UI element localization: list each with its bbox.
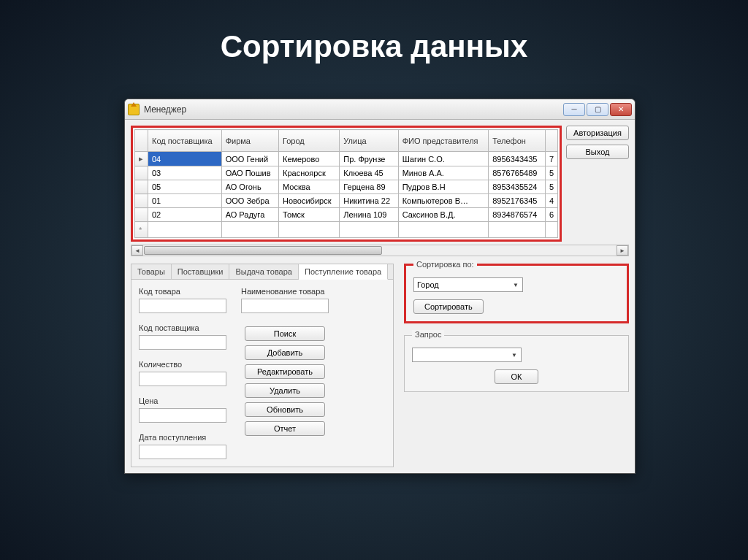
sort-legend: Сортировка по:	[413, 260, 477, 269]
sort-field-combo[interactable]: Город ▼	[413, 277, 523, 292]
cell[interactable]: Красноярск	[279, 166, 340, 180]
minimize-button[interactable]: ─	[563, 103, 585, 116]
col-header[interactable]: Фирма	[221, 130, 278, 152]
sort-button[interactable]: Сортировать	[413, 299, 484, 314]
cell[interactable]: Никитина 22	[340, 194, 398, 208]
action-button-3[interactable]: Удалить	[245, 383, 325, 398]
form-input-3[interactable]	[139, 408, 226, 423]
cell[interactable]: Пудров В.Н	[398, 180, 489, 194]
cell[interactable]: Пр. Фрунзе	[340, 152, 398, 166]
tabs-panel: ТоварыПоставщикиВыдача товараПоступление…	[131, 264, 394, 467]
form-input-0[interactable]	[139, 299, 226, 313]
table-row[interactable]: ▸04ООО ГенийКемеровоПр. ФрунзеШагин С.О.…	[135, 152, 558, 166]
suppliers-grid[interactable]: Код поставщика Фирма Город Улица ФИО пре…	[134, 129, 558, 238]
cell[interactable]	[545, 222, 557, 238]
cell[interactable]: 8953435524	[489, 180, 546, 194]
cell[interactable]: Клюева 45	[340, 166, 398, 180]
cell[interactable]: 05	[148, 180, 222, 194]
titlebar[interactable]: Менеджер ─ ▢ ✕	[125, 99, 635, 120]
cell[interactable]	[148, 222, 222, 238]
query-legend: Запрос	[412, 330, 444, 339]
action-button-0[interactable]: Поиск	[245, 326, 325, 341]
cell[interactable]: 03	[148, 166, 222, 180]
col-header[interactable]: Код поставщика	[148, 130, 222, 152]
row-marker	[135, 180, 148, 194]
field-label: Дата поступления	[139, 433, 226, 442]
action-button-5[interactable]: Отчет	[245, 421, 325, 436]
action-button-2[interactable]: Редактировать	[245, 364, 325, 379]
cell[interactable]: 02	[148, 208, 222, 222]
query-ok-button[interactable]: ОК	[495, 369, 539, 384]
cell[interactable]	[489, 222, 546, 238]
cell[interactable]: 7	[545, 152, 557, 166]
field-label: Код поставщика	[139, 323, 226, 332]
cell[interactable]: АО Огонь	[221, 180, 278, 194]
cell[interactable]	[221, 222, 278, 238]
col-header[interactable]: Телефон	[489, 130, 546, 152]
col-header[interactable]: Город	[279, 130, 340, 152]
h-scrollbar[interactable]: ◄ ►	[131, 245, 629, 256]
chevron-down-icon: ▼	[511, 280, 521, 290]
cell[interactable]: 4	[545, 194, 557, 208]
app-window: Менеджер ─ ▢ ✕ Код поставщика Фирма Горо…	[124, 99, 636, 474]
cell[interactable]: 5	[545, 180, 557, 194]
form-input-2[interactable]	[139, 372, 226, 386]
cell[interactable]: 01	[148, 194, 222, 208]
cell[interactable]: Герцена 89	[340, 180, 398, 194]
window-title: Менеджер	[144, 104, 562, 115]
cell[interactable]: 8956343435	[489, 152, 546, 166]
close-button[interactable]: ✕	[610, 103, 632, 116]
scroll-thumb[interactable]	[144, 246, 382, 255]
scroll-left-icon[interactable]: ◄	[131, 245, 143, 256]
cell[interactable]: Компьютеров В…	[398, 194, 489, 208]
cell[interactable]: 04	[148, 152, 222, 166]
cell[interactable]: 8952176345	[489, 194, 546, 208]
cell[interactable]: Саксинов В.Д.	[398, 208, 489, 222]
cell[interactable]: Новосибирск	[279, 194, 340, 208]
cell[interactable]	[279, 222, 340, 238]
form-input-1[interactable]	[139, 335, 226, 350]
cell[interactable]: 6	[545, 208, 557, 222]
tab-1[interactable]: Поставщики	[172, 264, 230, 279]
cell[interactable]	[398, 222, 489, 238]
app-icon	[128, 104, 140, 115]
action-button-4[interactable]: Обновить	[245, 402, 325, 417]
maximize-button[interactable]: ▢	[587, 103, 608, 116]
form-input-4[interactable]	[139, 445, 226, 459]
table-row[interactable]: 03ОАО ПошивКрасноярскКлюева 45Минов А.А.…	[135, 166, 558, 180]
table-row[interactable]: 02АО РадугаТомскЛенина 109Саксинов В.Д.8…	[135, 208, 558, 222]
row-marker	[135, 194, 148, 208]
tab-0[interactable]: Товары	[131, 264, 172, 279]
cell[interactable]: ООО Зебра	[221, 194, 278, 208]
cell[interactable]: Шагин С.О.	[398, 152, 489, 166]
cell[interactable]: ООО Гений	[221, 152, 278, 166]
auth-button[interactable]: Авторизация	[566, 126, 629, 140]
cell[interactable]: 8576765489	[489, 166, 546, 180]
query-groupbox: Запрос ▼ ОК	[404, 335, 629, 392]
tab-2[interactable]: Выдача товара	[229, 264, 299, 279]
tab-3[interactable]: Поступление товара	[299, 264, 388, 280]
cell[interactable]: 8934876574	[489, 208, 546, 222]
cell[interactable]: АО Радуга	[221, 208, 278, 222]
scroll-right-icon[interactable]: ►	[617, 245, 628, 256]
query-combo[interactable]: ▼	[412, 348, 522, 362]
col-header[interactable]: Улица	[340, 130, 398, 152]
table-row[interactable]: 05АО ОгоньМоскваГерцена 89Пудров В.Н8953…	[135, 180, 558, 194]
slide-title: Сортировка данных	[0, 0, 748, 79]
field-label: Количество	[139, 360, 226, 369]
field-label: Цена	[139, 396, 226, 405]
cell[interactable]: Москва	[279, 180, 340, 194]
cell[interactable]: Томск	[279, 208, 340, 222]
cell[interactable]: ОАО Пошив	[221, 166, 278, 180]
cell[interactable]: Кемерово	[279, 152, 340, 166]
cell[interactable]: Минов А.А.	[398, 166, 489, 180]
col-header[interactable]: ФИО представителя	[398, 130, 489, 152]
cell[interactable]: 5	[545, 166, 557, 180]
new-row[interactable]: *	[135, 222, 558, 238]
exit-button[interactable]: Выход	[566, 145, 629, 159]
name-input[interactable]	[241, 299, 329, 313]
cell[interactable]: Ленина 109	[340, 208, 398, 222]
action-button-1[interactable]: Добавить	[245, 345, 325, 360]
table-row[interactable]: 01ООО ЗебраНовосибирскНикитина 22Компьют…	[135, 194, 558, 208]
cell[interactable]	[340, 222, 398, 238]
